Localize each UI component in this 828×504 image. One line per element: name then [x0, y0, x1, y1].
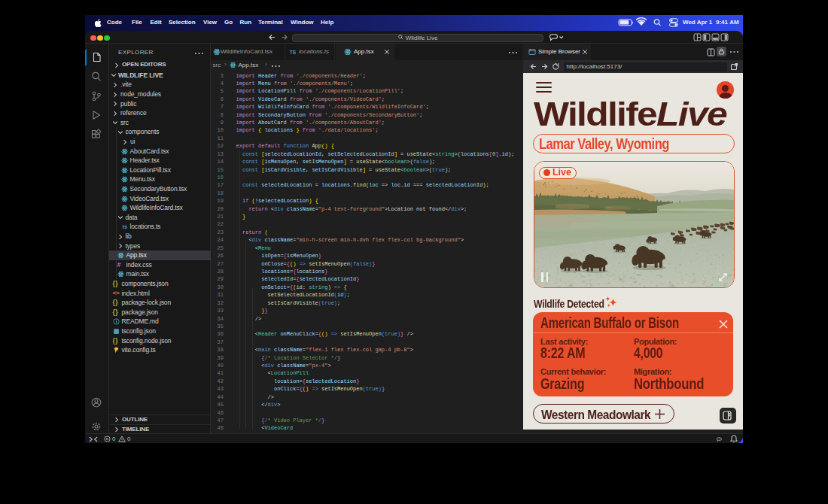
svg-text:TS: TS [122, 225, 127, 229]
svg-text:TS: TS [290, 50, 297, 55]
